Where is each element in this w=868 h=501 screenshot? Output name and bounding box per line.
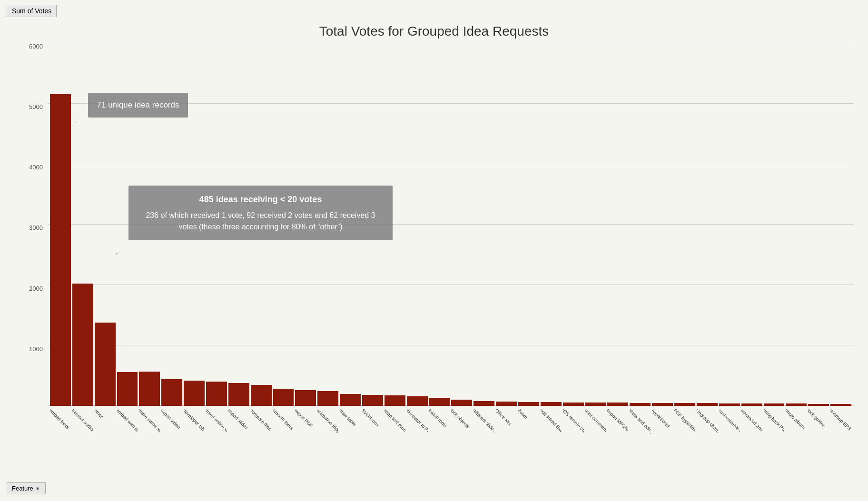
x-label-text: SVG/Icons: [362, 408, 380, 428]
bar-group: [719, 43, 740, 406]
x-label-wrapper: import slides: [228, 406, 249, 463]
bar-group: [429, 43, 450, 406]
x-label-text: lock objects: [451, 408, 471, 429]
x-label-text: edit linked Excel files: [541, 408, 562, 442]
bar-group: [697, 43, 718, 406]
x-label-wrapper: compare files: [251, 406, 272, 463]
x-label-wrapper: Install fonts: [429, 406, 450, 463]
x-label-text: insert online video: [206, 408, 227, 439]
x-label-text: Illustrator to PPT: [407, 408, 428, 436]
annotation-unique-ideas: 71 unique idea records: [88, 93, 188, 118]
bar: [184, 381, 205, 406]
bar: [473, 401, 494, 406]
bar: [228, 383, 249, 406]
feature-filter-button[interactable]: Feature ▼: [7, 482, 46, 494]
x-label-wrapper: bring back Publish: [764, 406, 785, 463]
x-label-text: other: [95, 408, 104, 419]
x-label-text: customizable ribbon: [719, 408, 740, 442]
x-label-text: AppleScript: [652, 408, 671, 429]
x-label-text: Office Mix: [496, 408, 513, 426]
bar: [518, 402, 539, 406]
bar-group: [607, 43, 628, 406]
x-label-text: make same as PC: [139, 408, 160, 439]
x-label-wrapper: make same as PC: [139, 406, 160, 463]
x-label-text: export video: [161, 408, 182, 430]
chart-title: Total Votes for Grouped Idea Requests: [0, 24, 868, 39]
bar-group: [496, 43, 517, 406]
x-label-text: advanced animation timeline: [741, 408, 762, 454]
x-label-text: ungroup EPS: [830, 408, 851, 432]
x-label-text: PDF hyperlinks: [674, 408, 695, 434]
x-label-text: lock guides: [808, 408, 827, 428]
x-label-wrapper: customizable ribbon: [719, 406, 740, 463]
bar-group: [541, 43, 562, 406]
x-label-wrapper: Zoom: [518, 406, 539, 463]
bar: [451, 400, 472, 406]
x-label-text: embed web page: [117, 408, 138, 437]
bar-group: [830, 43, 851, 406]
bar-group: [407, 43, 428, 406]
bar: [206, 382, 227, 406]
bar: [541, 402, 562, 406]
x-label-wrapper: developer tab: [184, 406, 205, 463]
x-label-wrapper: export PDF: [295, 406, 316, 463]
x-label-wrapper: iOS remote control: [563, 406, 584, 463]
bar: [563, 403, 584, 406]
y-axis-label: 5000: [29, 103, 43, 110]
x-label-wrapper: draw table: [340, 406, 361, 463]
bar-group: [585, 43, 606, 406]
x-label-text: trim/cut audio/video: [72, 408, 93, 441]
x-label-wrapper: print comments: [585, 406, 606, 463]
x-label-wrapper: smooth fonts: [273, 406, 294, 463]
x-label-wrapper: Import MP3/MP4: [607, 406, 628, 463]
bar-group: [786, 43, 807, 406]
x-label-wrapper: trim/cut audio/video: [72, 406, 93, 463]
bar-group: [451, 43, 472, 406]
x-label-text: smooth fonts: [273, 408, 294, 431]
feature-label: Feature: [12, 485, 33, 492]
annotation-arrow-2: ←: [114, 250, 121, 257]
annotation-485-ideas: 485 ideas receiving < 20 votes 236 of wh…: [128, 186, 393, 240]
x-label-wrapper: edit linked Excel files: [541, 406, 562, 463]
bar: [585, 403, 606, 406]
bar: [385, 395, 405, 406]
x-label-text: Install fonts: [429, 408, 448, 429]
x-label-text: export PDF: [295, 408, 314, 429]
x-label-wrapper: PDF hyperlinks: [674, 406, 695, 463]
bar: [295, 390, 316, 406]
annotation-485-detail: 236 of which received 1 vote, 92 receive…: [138, 210, 383, 233]
x-label-text: different slide sizes in same pres: [473, 408, 494, 460]
x-labels: embed fontstrim/cut audio/videootherembe…: [48, 406, 854, 463]
x-label-text: photo album: [786, 408, 806, 430]
x-label-wrapper: Ungroup charts: [697, 406, 718, 463]
x-label-text: iOS remote control: [563, 408, 584, 440]
bar: [362, 395, 383, 406]
annotation-unique-ideas-text: 71 unique idea records: [97, 100, 179, 109]
bar-group: [473, 43, 494, 406]
y-axis-label: 3000: [29, 224, 43, 231]
bar: [50, 94, 71, 406]
bar: [429, 398, 450, 406]
bar: [407, 396, 428, 406]
x-label-wrapper: Illustrator to PPT: [407, 406, 428, 463]
filter-icon: ▼: [35, 486, 40, 491]
bar: [607, 403, 628, 406]
bar: [273, 389, 294, 406]
annotation-485-bold: 485 ideas receiving < 20 votes: [138, 193, 383, 206]
x-label-text: Ungroup charts: [697, 408, 718, 434]
x-label-wrapper: ungroup EPS: [830, 406, 851, 463]
bar-group: [652, 43, 673, 406]
bar-group: [50, 43, 71, 406]
bar: [117, 372, 138, 406]
bar-group: [808, 43, 829, 406]
x-label-text: show and edit grid: [630, 408, 651, 439]
bar: [139, 372, 160, 406]
x-label-wrapper: insert online video: [206, 406, 227, 463]
x-label-wrapper: photo album: [786, 406, 807, 463]
x-label-text: animation triggers: [317, 408, 338, 438]
sum-of-votes-button[interactable]: Sum of Votes: [7, 5, 57, 17]
x-label-text: Zoom: [518, 408, 529, 420]
x-label-wrapper: animation triggers: [317, 406, 338, 463]
bar-group: [563, 43, 584, 406]
x-label-wrapper: advanced animation timeline: [741, 406, 762, 463]
